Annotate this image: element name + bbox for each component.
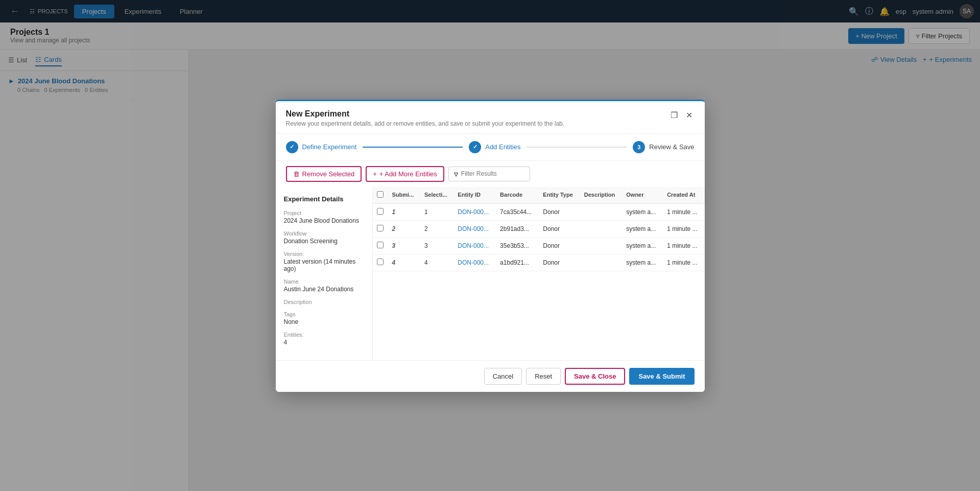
row-submit-num: 2 [388,220,420,237]
row-checkbox-input[interactable] [377,242,384,248]
col-owner: Owner [622,187,663,203]
row-selection: 3 [420,237,453,254]
row-owner: system a... [622,254,663,271]
row-checkbox [373,254,388,271]
detail-name-label: Name [284,278,364,285]
row-description [580,254,623,271]
col-entity-id: Entity ID [453,187,496,203]
trash-icon: 🗑 [293,170,300,178]
step-1-label: Define Experiment [302,143,357,151]
step-line-2 [527,147,627,148]
step-2: ✓ Add Entities [469,141,520,153]
row-checkbox-input[interactable] [377,259,384,265]
modal-body: Experiment Details Project 2024 June Blo… [276,187,705,360]
row-created-at: 1 minute ... [663,254,704,271]
row-checkbox [373,203,388,221]
row-created-at: 1 minute ... [663,203,704,221]
row-owner: system a... [622,220,663,237]
step-1-circle: ✓ [286,141,298,153]
row-owner: system a... [622,203,663,221]
detail-name-value: Austin June 24 Donations [284,286,364,293]
row-entity-type: Donor [539,237,580,254]
entity-table-wrap: Submi... Selecti... Entity ID Barcode En… [373,187,705,360]
reset-button[interactable]: Reset [526,368,561,385]
col-created-at: Created At [663,187,704,203]
exp-details-heading: Experiment Details [284,195,364,203]
row-entity-type: Donor [539,203,580,221]
add-icon: + [373,170,377,178]
step-1: ✓ Define Experiment [286,141,357,153]
row-entity-id[interactable]: DON-000... [453,220,496,237]
stepper: ✓ Define Experiment ✓ Add Entities 3 Rev… [276,134,705,161]
new-experiment-modal: New Experiment Review your experiment de… [276,100,705,392]
modal-overlay: New Experiment Review your experiment de… [0,0,980,491]
row-barcode: 2b91ad3... [496,220,539,237]
add-entities-label: + Add More Entities [379,170,437,178]
detail-project-value: 2024 June Blood Donations [284,217,364,224]
row-selection: 4 [420,254,453,271]
modal-header: New Experiment Review your experiment de… [276,101,705,134]
row-checkbox-input[interactable] [377,225,384,231]
row-checkbox [373,220,388,237]
cancel-button[interactable]: Cancel [484,368,522,385]
expand-modal-button[interactable]: ❐ [668,109,680,121]
step-3-circle: 3 [633,141,645,153]
col-barcode: Barcode [496,187,539,203]
row-description [580,237,623,254]
row-checkbox-input[interactable] [377,208,384,215]
row-entity-id[interactable]: DON-000... [453,237,496,254]
row-owner: system a... [622,237,663,254]
modal-footer: Cancel Reset Save & Close Save & Submit [276,360,705,392]
experiment-details-panel: Experiment Details Project 2024 June Blo… [276,187,373,360]
row-description [580,220,623,237]
detail-entities-value: 4 [284,339,364,346]
table-row: 1 1 DON-000... 7ca35c44... Donor system … [373,203,705,221]
remove-selected-button[interactable]: 🗑 Remove Selected [286,166,362,182]
row-barcode: a1bd921... [496,254,539,271]
detail-version-label: Version: [284,251,364,257]
col-description: Description [580,187,623,203]
modal-header-actions: ❐ ✕ [668,109,695,121]
detail-entities: Entities: 4 [284,332,364,346]
row-entity-type: Donor [539,254,580,271]
col-selection: Selecti... [420,187,453,203]
detail-description-label: Description [284,299,364,305]
modal-title: New Experiment [286,109,565,119]
row-checkbox [373,237,388,254]
detail-tags-value: None [284,318,364,325]
table-row: 4 4 DON-000... a1bd921... Donor system a… [373,254,705,271]
save-submit-button[interactable]: Save & Submit [629,368,694,385]
step-2-circle: ✓ [469,141,481,153]
row-entity-id[interactable]: DON-000... [453,254,496,271]
row-submit-num: 4 [388,254,420,271]
detail-version-value: Latest version (14 minutes ago) [284,258,364,272]
step-3: 3 Review & Save [633,141,694,153]
select-all-checkbox[interactable] [377,191,384,198]
filter-results-wrap: ▿ [448,167,530,181]
table-row: 2 2 DON-000... 2b91ad3... Donor system a… [373,220,705,237]
detail-tags-label: Tags [284,311,364,317]
detail-project: Project 2024 June Blood Donations [284,210,364,224]
detail-version: Version: Latest version (14 minutes ago) [284,251,364,272]
detail-description: Description [284,299,364,305]
row-barcode: 35e3b53... [496,237,539,254]
detail-entities-label: Entities: [284,332,364,338]
row-created-at: 1 minute ... [663,237,704,254]
close-modal-button[interactable]: ✕ [684,109,695,121]
step-3-label: Review & Save [649,143,694,151]
detail-workflow: Workflow Donation Screening [284,230,364,245]
remove-selected-label: Remove Selected [302,170,355,178]
add-more-entities-button[interactable]: + + Add More Entities [366,166,444,182]
table-header-row: Submi... Selecti... Entity ID Barcode En… [373,187,705,203]
save-close-button[interactable]: Save & Close [565,368,625,385]
detail-project-label: Project [284,210,364,216]
table-row: 3 3 DON-000... 35e3b53... Donor system a… [373,237,705,254]
row-barcode: 7ca35c44... [496,203,539,221]
row-submit-num: 1 [388,203,420,221]
row-entity-id[interactable]: DON-000... [453,203,496,221]
row-entity-type: Donor [539,220,580,237]
row-selection: 1 [420,203,453,221]
filter-results-input[interactable] [461,170,522,177]
modal-subtitle: Review your experiment details, add or r… [286,120,565,127]
row-selection: 2 [420,220,453,237]
